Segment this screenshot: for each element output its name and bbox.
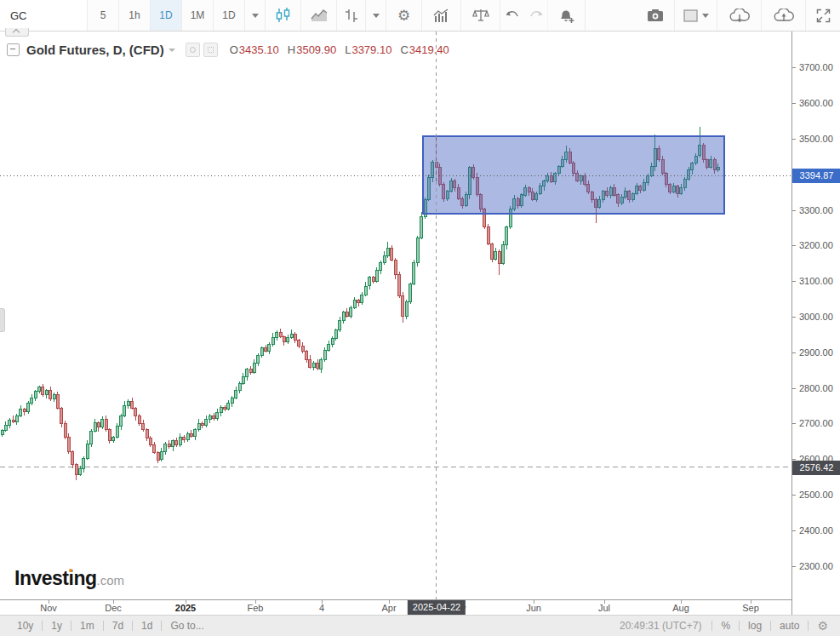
- price-tick: 3600.00: [792, 98, 840, 108]
- price-tick-label: 3200.00: [799, 240, 833, 250]
- range-1y-button[interactable]: 1y: [43, 620, 71, 632]
- candle-body: [146, 430, 148, 438]
- chart-canvas[interactable]: [0, 32, 791, 599]
- ohlc-style-icon: [345, 9, 358, 23]
- candle-body: [350, 307, 352, 316]
- candle-body: [334, 330, 337, 338]
- interval-1d-button-selected[interactable]: 1D: [151, 0, 182, 31]
- range-10y-button[interactable]: 10y: [9, 620, 42, 632]
- price-tick: 2300.00: [792, 561, 840, 571]
- drawing-toolbar-collapse-tab[interactable]: [5, 28, 29, 37]
- alerts-button[interactable]: [548, 0, 586, 31]
- interval-1d-button[interactable]: 1D: [214, 0, 245, 31]
- legend-title[interactable]: Gold Futures, D, (CFD): [26, 43, 164, 57]
- price-tick: 3200.00: [792, 240, 840, 250]
- undo-button[interactable]: [500, 0, 524, 31]
- candle-body: [127, 401, 129, 405]
- candle-body: [220, 407, 222, 413]
- chart-settings-button[interactable]: ⚙: [386, 0, 422, 31]
- legend-eye-icon[interactable]: [186, 43, 200, 57]
- time-tick-label: Aug: [672, 603, 689, 613]
- candle-body: [491, 244, 494, 260]
- drawing-toolbar-handle[interactable]: [0, 308, 5, 332]
- price-tick: 3000.00: [792, 312, 840, 322]
- fullscreen-button[interactable]: [806, 0, 840, 31]
- candle-body: [383, 255, 386, 262]
- candle-body: [257, 355, 260, 363]
- legend-collapse-icon[interactable]: [7, 43, 20, 56]
- chevron-down-icon: [373, 14, 380, 18]
- candle-body: [402, 296, 404, 316]
- axis-settings-button[interactable]: ⚙: [809, 619, 831, 633]
- price-axis[interactable]: 3700.003600.003500.003400.003300.003200.…: [791, 32, 840, 615]
- candlestick-style-button[interactable]: [266, 0, 301, 31]
- candle-body: [9, 420, 11, 425]
- candle-body: [1, 431, 3, 435]
- candle-body: [213, 415, 215, 418]
- range-1m-button[interactable]: 1m: [71, 620, 103, 632]
- current-price-badge: 3394.87: [792, 169, 840, 183]
- chevron-down-icon[interactable]: [169, 49, 175, 52]
- candlestick-style-icon: [275, 8, 292, 23]
- range-7d-button[interactable]: 7d: [104, 620, 132, 632]
- legend-settings-icon[interactable]: [203, 43, 218, 57]
- candle-body: [108, 430, 111, 441]
- top-toolbar: GC 5 1h 1D 1M 1D: [0, 0, 840, 32]
- candle-body: [38, 387, 41, 392]
- bottom-right-controls: 20:49:31 (UTC+7) % log auto ⚙: [609, 619, 840, 633]
- load-chart-button[interactable]: [717, 0, 762, 31]
- price-tick-label: 2700.00: [799, 418, 833, 428]
- candle-body: [71, 452, 74, 465]
- interval-1h-button[interactable]: 1h: [119, 0, 151, 31]
- candle-body: [231, 398, 233, 404]
- price-tick: 3700.00: [792, 62, 840, 72]
- time-tick-label: 2025: [175, 603, 196, 613]
- price-tick-label: 2300.00: [799, 561, 833, 571]
- candle-body: [105, 419, 107, 430]
- screenshot-button[interactable]: [636, 0, 675, 31]
- candle-body: [375, 271, 378, 282]
- layout-button[interactable]: [675, 0, 717, 31]
- candle-body: [380, 262, 382, 270]
- candle-body: [235, 391, 237, 398]
- save-chart-button[interactable]: [762, 0, 806, 31]
- interval-1m-button[interactable]: 1M: [182, 0, 214, 31]
- candle-body: [86, 444, 89, 459]
- compare-button[interactable]: [461, 0, 500, 31]
- range-1d-button[interactable]: 1d: [133, 620, 161, 632]
- candle-body: [183, 437, 186, 439]
- percent-scale-button[interactable]: %: [712, 620, 739, 632]
- candle-body: [131, 401, 134, 408]
- candle-body: [209, 415, 211, 419]
- time-axis[interactable]: NovDec2025Feb4AprMayJunJulAugSep2025-04-…: [0, 599, 791, 615]
- clock-readout: 20:49:31 (UTC+7): [609, 620, 711, 632]
- auto-scale-button[interactable]: auto: [771, 620, 808, 632]
- ohlc-style-button[interactable]: [337, 0, 366, 31]
- style-dropdown-button[interactable]: [366, 0, 386, 31]
- alert-bell-icon: [558, 8, 574, 23]
- interval-5-button[interactable]: 5: [88, 0, 119, 31]
- log-scale-button[interactable]: log: [740, 620, 770, 632]
- symbol-input[interactable]: GC: [0, 0, 88, 31]
- price-tick-label: 2400.00: [799, 525, 833, 536]
- price-tick-label: 2900.00: [799, 347, 833, 358]
- goto-button[interactable]: Go to...: [162, 620, 212, 632]
- candle-body: [67, 437, 70, 452]
- selection-box-drawing[interactable]: [423, 136, 724, 214]
- candle-body: [53, 395, 55, 399]
- candle-body: [149, 438, 151, 444]
- candle-body: [287, 337, 289, 341]
- area-style-button[interactable]: [301, 0, 337, 31]
- candle-body: [301, 346, 304, 352]
- price-tick-label: 3100.00: [799, 276, 833, 286]
- candle-body: [134, 409, 137, 416]
- candle-body: [331, 338, 334, 345]
- interval-dropdown-button[interactable]: [245, 0, 266, 31]
- legend: Gold Futures, D, (CFD) O3435.10 H3509.90…: [7, 43, 449, 57]
- redo-button[interactable]: [524, 0, 548, 31]
- load-chart-cloud-icon: [729, 9, 750, 23]
- fullscreen-icon: [816, 9, 831, 23]
- candle-body: [265, 348, 267, 351]
- candle-body: [312, 363, 315, 367]
- indicators-button[interactable]: [422, 0, 461, 31]
